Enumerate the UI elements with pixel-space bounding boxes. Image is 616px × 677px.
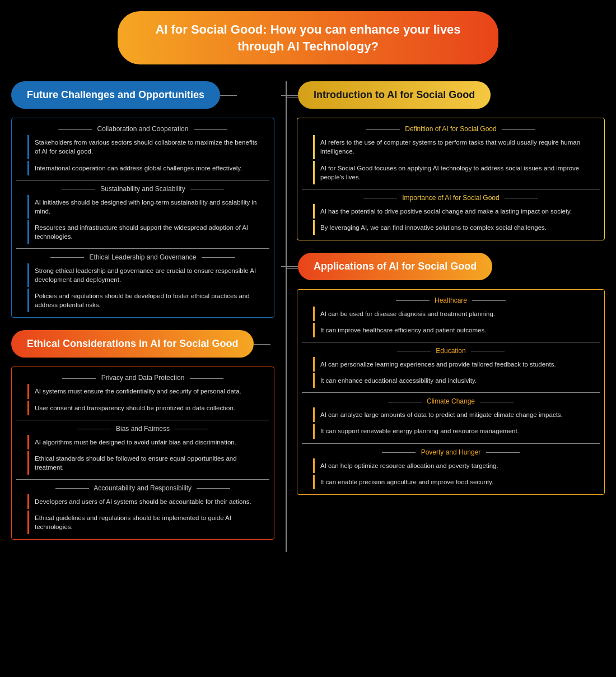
- healthcare-b1-text: AI can be used for disease diagnosis and…: [320, 310, 495, 317]
- climate-bullet-2: It can support renewable energy planning…: [313, 424, 600, 438]
- education-header: Education: [302, 347, 600, 355]
- divider-5: [302, 189, 600, 189]
- privacy-bullet-1: AI systems must ensure the confidentiali…: [27, 384, 269, 398]
- definition-header: Definition of AI for Social Good: [302, 125, 600, 133]
- main-layout: Future Challenges and Opportunities Coll…: [11, 81, 605, 552]
- introduction-header-row: Introduction to AI for Social Good: [286, 81, 605, 113]
- sustain-bullet-1: AI initiatives should be designed with l…: [27, 195, 269, 219]
- future-challenges-section: Future Challenges and Opportunities Coll…: [11, 81, 286, 319]
- connector-left-apps: [286, 268, 298, 269]
- ethical-considerations-content: Privacy and Data Protection AI systems m…: [11, 367, 274, 540]
- education-title: Education: [436, 347, 465, 355]
- privacy-header: Privacy and Data Protection: [16, 374, 269, 382]
- center-line: [286, 81, 287, 552]
- importance-bullet-2: By leveraging AI, we can find innovative…: [313, 220, 600, 235]
- collab-b2-text: International cooperation can address gl…: [35, 165, 242, 171]
- definition-b2-text: AI for Social Good focuses on applying A…: [320, 165, 579, 180]
- title-line1: AI for Social Good: How you can enhance …: [155, 22, 460, 36]
- poverty-bullet-1: AI can help optimize resource allocation…: [313, 458, 600, 473]
- sustainability-title: Sustainability and Scalability: [100, 185, 185, 193]
- climate-header: Climate Change: [302, 397, 600, 405]
- importance-header: Importance of AI for Social Good: [302, 194, 600, 202]
- ethical-lead-bullet-2: Policies and regulations should be devel…: [27, 289, 269, 312]
- accountability-header: Accountability and Responsibility: [16, 484, 269, 492]
- bias-title: Bias and Fairness: [116, 425, 170, 433]
- divider-8: [302, 443, 600, 444]
- title-pill: AI for Social Good: How you can enhance …: [118, 11, 498, 64]
- collab-title: Collaboration and Cooperation: [97, 125, 189, 133]
- divider-3: [16, 420, 269, 420]
- importance-title: Importance of AI for Social Good: [402, 194, 499, 202]
- ethical-considerations-header-row: Ethical Considerations in AI for Social …: [11, 330, 286, 362]
- right-column: Introduction to AI for Social Good Defin…: [286, 81, 605, 552]
- ethical-lead-b1-text: Strong ethical leadership and governance…: [35, 267, 256, 283]
- healthcare-bullet-1: AI can be used for disease diagnosis and…: [313, 307, 600, 321]
- education-bullet-2: It can enhance educational accessibility…: [313, 373, 600, 388]
- applications-section: Applications of AI for Social Good Healt…: [286, 253, 605, 496]
- importance-b2-text: By leveraging AI, we can find innovative…: [320, 224, 547, 231]
- future-challenges-content: Collaboration and Cooperation Stakeholde…: [11, 118, 274, 318]
- poverty-b2-text: It can enable precision agriculture and …: [320, 479, 493, 485]
- definition-bullet-2: AI for Social Good focuses on applying A…: [313, 161, 600, 184]
- title-line2: through AI Technology?: [237, 39, 379, 53]
- healthcare-title: Healthcare: [435, 296, 467, 304]
- poverty-b1-text: AI can help optimize resource allocation…: [320, 462, 498, 469]
- future-challenges-header-row: Future Challenges and Opportunities: [11, 81, 286, 113]
- sustainability-header: Sustainability and Scalability: [16, 185, 269, 193]
- accountability-bullet-1: Developers and users of AI systems shoul…: [27, 494, 269, 509]
- sustain-b2-text: Resources and infrastructure should supp…: [35, 224, 248, 240]
- ethical-leadership-title: Ethical Leadership and Governance: [90, 253, 197, 261]
- sustain-b1-text: AI initiatives should be designed with l…: [35, 199, 256, 215]
- collab-bullet-2: International cooperation can address gl…: [27, 161, 269, 175]
- healthcare-header: Healthcare: [302, 296, 600, 304]
- importance-bullet-1: AI has the potential to drive positive s…: [313, 204, 600, 219]
- future-challenges-header: Future Challenges and Opportunities: [11, 81, 220, 109]
- collab-header: Collaboration and Cooperation: [16, 125, 269, 133]
- bias-b1-text: AI algorithms must be designed to avoid …: [35, 439, 236, 446]
- divider-4: [16, 479, 269, 480]
- healthcare-b2-text: It can improve healthcare efficiency and…: [320, 327, 486, 333]
- climate-bullet-1: AI can analyze large amounts of data to …: [313, 407, 600, 422]
- introduction-header: Introduction to AI for Social Good: [298, 81, 491, 109]
- introduction-content: Definition of AI for Social Good AI refe…: [297, 118, 605, 240]
- education-bullet-1: AI can personalize learning experiences …: [313, 357, 600, 372]
- privacy-bullet-2: User consent and transparency should be …: [27, 401, 269, 415]
- applications-title: Applications of AI for Social Good: [314, 261, 477, 272]
- poverty-title: Poverty and Hunger: [421, 448, 481, 456]
- divider-1: [16, 180, 269, 180]
- accountability-title: Accountability and Responsibility: [94, 484, 192, 492]
- ethical-considerations-header: Ethical Considerations in AI for Social …: [11, 330, 254, 358]
- importance-b1-text: AI has the potential to drive positive s…: [320, 208, 572, 215]
- ethical-lead-b2-text: Policies and regulations should be devel…: [35, 293, 250, 308]
- bias-b2-text: Ethical standards should be followed to …: [35, 455, 237, 471]
- accountability-bullet-2: Ethical guidelines and regulations shoul…: [27, 511, 269, 534]
- bias-header: Bias and Fairness: [16, 425, 269, 433]
- bias-bullet-1: AI algorithms must be designed to avoid …: [27, 435, 269, 449]
- title-text: AI for Social Good: How you can enhance …: [140, 21, 476, 54]
- introduction-title: Introduction to AI for Social Good: [314, 89, 475, 100]
- future-challenges-title: Future Challenges and Opportunities: [27, 89, 204, 100]
- poverty-header: Poverty and Hunger: [302, 448, 600, 456]
- ethical-lead-bullet-1: Strong ethical leadership and governance…: [27, 263, 269, 287]
- connector-right-fc: [220, 95, 232, 96]
- ethical-considerations-title: Ethical Considerations in AI for Social …: [27, 338, 238, 349]
- left-column: Future Challenges and Opportunities Coll…: [11, 81, 286, 552]
- ethical-considerations-section: Ethical Considerations in AI for Social …: [11, 330, 286, 541]
- climate-title: Climate Change: [427, 397, 475, 405]
- poverty-bullet-2: It can enable precision agriculture and …: [313, 475, 600, 489]
- healthcare-bullet-2: It can improve healthcare efficiency and…: [313, 323, 600, 337]
- divider-6: [302, 342, 600, 342]
- applications-header-row: Applications of AI for Social Good: [286, 253, 605, 285]
- climate-b1-text: AI can analyze large amounts of data to …: [320, 411, 563, 418]
- connector-left-intro: [286, 98, 298, 98]
- accountability-b1-text: Developers and users of AI systems shoul…: [35, 498, 251, 505]
- bias-bullet-2: Ethical standards should be followed to …: [27, 451, 269, 475]
- introduction-section: Introduction to AI for Social Good Defin…: [286, 81, 605, 242]
- privacy-b1-text: AI systems must ensure the confidentiali…: [35, 388, 241, 395]
- divider-7: [302, 392, 600, 393]
- sustain-bullet-2: Resources and infrastructure should supp…: [27, 220, 269, 244]
- education-b2-text: It can enhance educational accessibility…: [320, 377, 477, 384]
- applications-header: Applications of AI for Social Good: [298, 253, 492, 280]
- applications-content: Healthcare AI can be used for disease di…: [297, 289, 605, 495]
- accountability-b2-text: Ethical guidelines and regulations shoul…: [35, 514, 231, 530]
